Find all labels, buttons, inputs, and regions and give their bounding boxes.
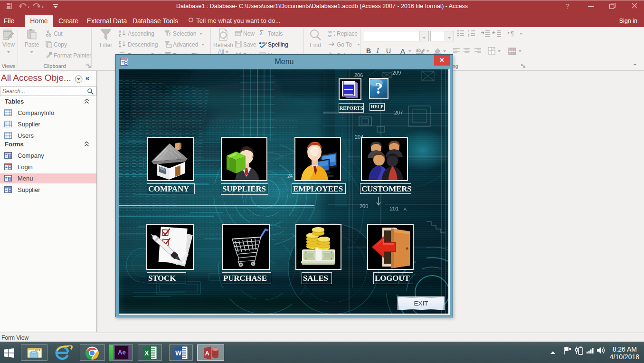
svg-text:A: A [119,45,121,48]
svg-text:¶: ¶ [511,30,514,37]
svg-text:ab: ab [416,48,421,53]
svg-text:Z: Z [119,41,121,44]
svg-text:?: ? [375,79,383,97]
svg-text:X: X [144,349,149,357]
svg-text:ac: ac [328,34,331,37]
svg-text:W: W [175,349,182,357]
svg-text:3: 3 [468,35,470,37]
svg-text:A: A [119,30,121,33]
svg-text:Z: Z [119,34,121,37]
svg-text:A: A [205,350,210,357]
